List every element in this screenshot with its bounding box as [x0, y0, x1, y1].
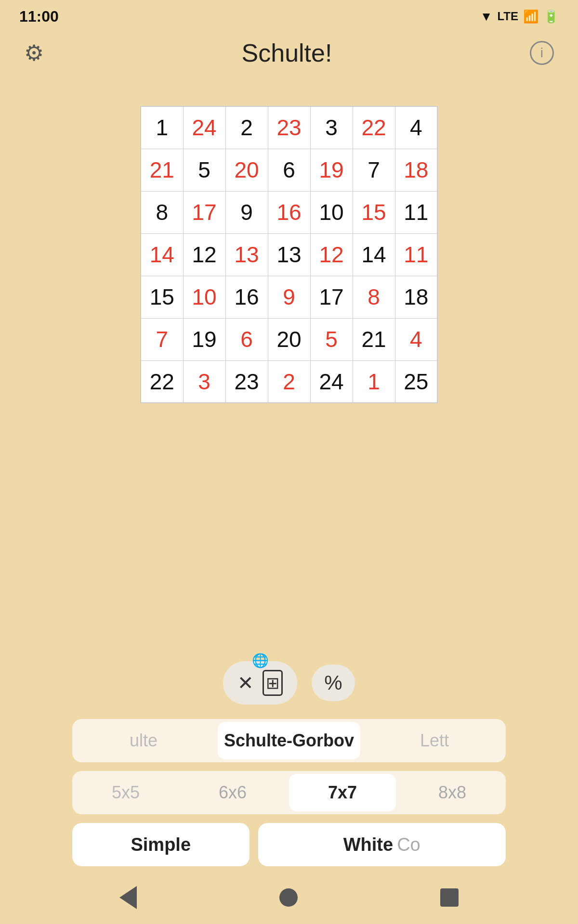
grid-cell[interactable]: 9: [268, 276, 310, 318]
grid-cell[interactable]: 15: [141, 276, 183, 318]
size-8x8[interactable]: 8x8: [399, 771, 506, 814]
schulte-grid[interactable]: 1242233224215206197188179161015111412131…: [140, 106, 438, 403]
back-button[interactable]: [119, 886, 137, 909]
battery-icon: 🔋: [543, 9, 559, 24]
simple-mode-button[interactable]: Simple: [72, 823, 250, 866]
percent-icon: %: [324, 671, 342, 694]
grid-cell[interactable]: 20: [268, 318, 310, 360]
grid-cell[interactable]: 7: [353, 149, 395, 191]
grid-cell[interactable]: 1: [353, 360, 395, 403]
grid-cell[interactable]: 21: [353, 318, 395, 360]
grid-cell[interactable]: 5: [310, 318, 353, 360]
home-icon: [279, 888, 298, 907]
grid-cell[interactable]: 4: [395, 106, 437, 149]
back-icon: [119, 886, 137, 909]
white-color-button[interactable]: White Co: [258, 823, 506, 866]
qr-icon: ⊞: [263, 670, 283, 696]
grid-cell[interactable]: 7: [141, 318, 183, 360]
grid-cell[interactable]: 21: [141, 149, 183, 191]
grid-cell[interactable]: 14: [353, 233, 395, 276]
grid-cell[interactable]: 22: [353, 106, 395, 149]
color-scheme-row: Simple White Co: [72, 823, 506, 866]
grid-cell[interactable]: 6: [268, 149, 310, 191]
grid-cell[interactable]: 12: [310, 233, 353, 276]
grid-cell[interactable]: 3: [310, 106, 353, 149]
pill-wrapper: 🌐 ✕ ⊞: [223, 661, 297, 705]
action-row: 🌐 ✕ ⊞ %: [0, 661, 578, 705]
grid-container: 1242233224215206197188179161015111412131…: [0, 106, 578, 403]
settings-button[interactable]: ⚙: [24, 40, 44, 66]
status-bar: 11:00 ▼ LTE 📶 🔋: [0, 0, 578, 29]
wifi-icon: ▼: [480, 9, 493, 24]
grid-cell[interactable]: 24: [183, 106, 225, 149]
info-button[interactable]: i: [530, 41, 554, 65]
mode-schulte-gorbov[interactable]: Schulte-Gorbov: [218, 722, 360, 759]
grid-cell[interactable]: 11: [395, 191, 437, 233]
status-icons: ▼ LTE 📶 🔋: [480, 9, 559, 24]
grid-cell[interactable]: 24: [310, 360, 353, 403]
grid-cell[interactable]: 8: [353, 276, 395, 318]
grid-cell[interactable]: 19: [310, 149, 353, 191]
grid-cell[interactable]: 4: [395, 318, 437, 360]
grid-cell[interactable]: 8: [141, 191, 183, 233]
size-selector[interactable]: 5x5 6x6 7x7 8x8: [72, 771, 506, 814]
app-title: Schulte!: [242, 38, 332, 67]
grid-cell[interactable]: 17: [310, 276, 353, 318]
status-time: 11:00: [19, 8, 59, 26]
grid-cell[interactable]: 17: [183, 191, 225, 233]
grid-cell[interactable]: 13: [225, 233, 268, 276]
grid-cell[interactable]: 22: [141, 360, 183, 403]
grid-cell[interactable]: 23: [225, 360, 268, 403]
grid-cell[interactable]: 9: [225, 191, 268, 233]
home-button[interactable]: [279, 888, 298, 907]
grid-cell[interactable]: 12: [183, 233, 225, 276]
globe-icon: 🌐: [252, 653, 269, 668]
grid-cell[interactable]: 13: [268, 233, 310, 276]
grid-cell[interactable]: 14: [141, 233, 183, 276]
grid-cell[interactable]: 1: [141, 106, 183, 149]
grid-cell[interactable]: 3: [183, 360, 225, 403]
grid-cell[interactable]: 10: [183, 276, 225, 318]
grid-cell[interactable]: 16: [268, 191, 310, 233]
recent-button[interactable]: [440, 888, 459, 907]
size-5x5[interactable]: 5x5: [72, 771, 179, 814]
grid-cell[interactable]: 2: [268, 360, 310, 403]
bottom-section: 🌐 ✕ ⊞ % ulte Schulte-Gorbov Lett 5x5 6x6: [0, 661, 578, 866]
grid-cell[interactable]: 15: [353, 191, 395, 233]
size-7x7[interactable]: 7x7: [289, 774, 396, 811]
recent-icon: [440, 888, 459, 907]
cross-icon: ✕: [237, 672, 254, 694]
grid-cell[interactable]: 10: [310, 191, 353, 233]
size-6x6[interactable]: 6x6: [179, 771, 286, 814]
grid-cell[interactable]: 16: [225, 276, 268, 318]
grid-cell[interactable]: 18: [395, 276, 437, 318]
percent-button[interactable]: %: [312, 665, 355, 701]
grid-cell[interactable]: 19: [183, 318, 225, 360]
mode-selector[interactable]: ulte Schulte-Gorbov Lett: [72, 719, 506, 762]
nav-bar: [0, 871, 578, 924]
mode-lett[interactable]: Lett: [363, 719, 506, 762]
grid-cell[interactable]: 25: [395, 360, 437, 403]
top-bar: ⚙ Schulte! i: [0, 29, 578, 77]
grid-cell[interactable]: 23: [268, 106, 310, 149]
grid-cell[interactable]: 11: [395, 233, 437, 276]
grid-cell[interactable]: 2: [225, 106, 268, 149]
grid-cell[interactable]: 6: [225, 318, 268, 360]
grid-cell[interactable]: 20: [225, 149, 268, 191]
mode-schulte[interactable]: ulte: [72, 719, 215, 762]
grid-cell[interactable]: 5: [183, 149, 225, 191]
lte-icon: LTE: [497, 10, 518, 23]
info-icon: i: [540, 45, 543, 61]
grid-cell[interactable]: 18: [395, 149, 437, 191]
signal-icon: 📶: [523, 9, 539, 24]
